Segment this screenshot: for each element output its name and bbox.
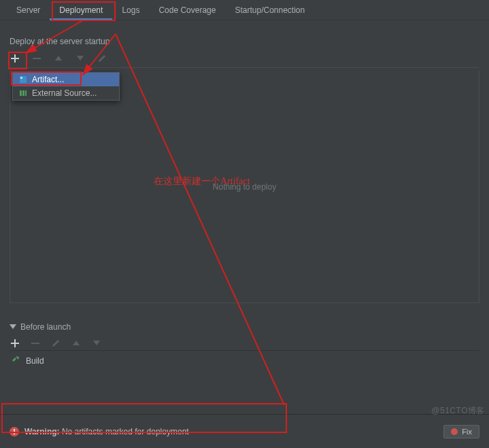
- bl-remove-button[interactable]: [30, 338, 41, 349]
- deploy-toolbar: [10, 52, 479, 68]
- before-launch-header[interactable]: Before launch: [10, 322, 479, 332]
- minus-icon: [33, 54, 41, 63]
- chevron-down-icon: [93, 341, 100, 346]
- bl-edit-button[interactable]: [50, 338, 61, 349]
- deploy-section-label: Deploy at the server startup: [10, 37, 479, 46]
- error-icon: !: [10, 427, 19, 436]
- lightbulb-icon: [451, 428, 458, 435]
- svg-rect-0: [33, 58, 41, 59]
- tab-deployment[interactable]: Deployment: [50, 0, 112, 20]
- hammer-icon: [11, 355, 20, 366]
- edit-button[interactable]: [97, 53, 107, 64]
- before-launch-label: Before launch: [20, 322, 71, 332]
- chevron-up-icon: [55, 56, 62, 61]
- pencil-icon: [52, 339, 60, 347]
- warning-footer: ! Warning: No artifacts marked for deplo…: [0, 414, 489, 448]
- svg-rect-1: [31, 343, 39, 344]
- annotation-text: 在这里新建一个Artifact: [154, 175, 250, 188]
- before-launch-build-row[interactable]: Build: [10, 351, 479, 371]
- artifact-icon: [18, 75, 28, 84]
- svg-rect-4: [20, 90, 22, 96]
- config-tabs: Server Deployment Logs Code Coverage Sta…: [0, 0, 489, 20]
- warning-message: ! Warning: No artifacts marked for deplo…: [10, 427, 189, 436]
- tab-server[interactable]: Server: [7, 0, 50, 20]
- chevron-down-icon: [77, 56, 84, 61]
- menu-item-external-label: External Source...: [32, 88, 97, 98]
- warning-label: Warning:: [24, 427, 60, 436]
- add-button[interactable]: [10, 53, 20, 64]
- bl-up-button[interactable]: [71, 338, 82, 349]
- move-up-button[interactable]: [53, 53, 64, 64]
- tab-startup-connection[interactable]: Startup/Connection: [225, 0, 314, 20]
- chevron-up-icon: [73, 341, 80, 346]
- move-down-button[interactable]: [75, 53, 86, 64]
- tab-code-coverage[interactable]: Code Coverage: [149, 0, 225, 20]
- menu-item-artifact[interactable]: Artifact...: [13, 73, 119, 86]
- svg-rect-5: [22, 90, 24, 96]
- bl-add-button[interactable]: [10, 338, 20, 349]
- warning-text: No artifacts marked for deployment: [62, 427, 189, 436]
- watermark: @51CTO博客: [431, 405, 485, 417]
- build-item-label: Build: [26, 356, 44, 366]
- chevron-down-icon: [10, 324, 16, 330]
- svg-rect-6: [25, 90, 27, 96]
- pencil-icon: [98, 54, 106, 63]
- add-popup-menu: Artifact... External Source...: [12, 72, 120, 101]
- tab-logs[interactable]: Logs: [112, 0, 149, 20]
- menu-item-artifact-label: Artifact...: [32, 75, 64, 84]
- fix-button-label: Fix: [462, 428, 472, 436]
- plus-icon: [11, 339, 19, 347]
- remove-button[interactable]: [31, 53, 42, 64]
- menu-item-external-source[interactable]: External Source...: [13, 86, 119, 100]
- plus-icon: [11, 54, 19, 63]
- bl-down-button[interactable]: [91, 338, 102, 349]
- svg-rect-3: [20, 77, 22, 79]
- external-source-icon: [18, 88, 28, 98]
- before-launch-toolbar: [10, 336, 479, 351]
- fix-button[interactable]: Fix: [443, 425, 479, 438]
- minus-icon: [31, 339, 39, 347]
